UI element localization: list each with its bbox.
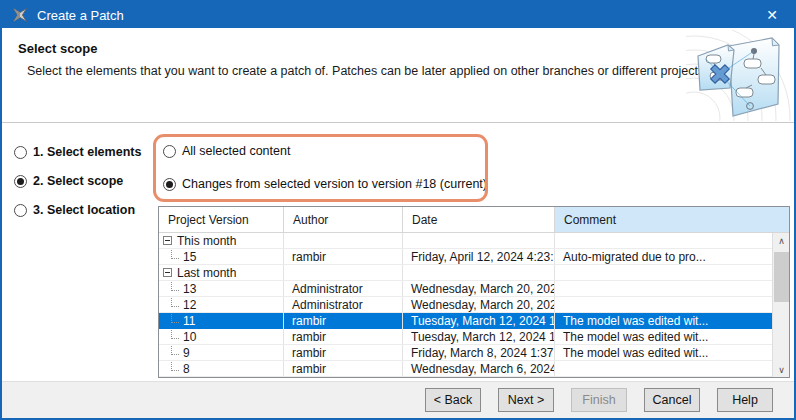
table-body: This month 15 rambir Friday, April 12, 2… [159, 233, 789, 377]
tree-elbow-connector [171, 330, 179, 339]
scope-radio-row[interactable]: Changes from selected version to version… [163, 177, 487, 191]
radio-icon[interactable] [163, 178, 176, 191]
cell-comment: Auto-migrated due to pro... [555, 249, 772, 264]
cell-project-version: This month [159, 233, 284, 248]
help-button[interactable]: Help [717, 388, 773, 412]
radio-icon[interactable] [163, 145, 176, 158]
title-bar[interactable]: Create a Patch ✕ [2, 2, 794, 28]
step-radio-3[interactable]: 3. Select location [14, 203, 135, 217]
step-label: 2. Select scope [33, 174, 123, 188]
column-header-date[interactable]: Date [403, 207, 555, 232]
step-label: 3. Select location [33, 203, 135, 217]
column-header-comment[interactable]: Comment [555, 207, 789, 232]
page-title: Select scope [18, 41, 98, 56]
cancel-button[interactable]: Cancel [644, 388, 700, 412]
cell-date: Wednesday, March 6, 2024 10:0... [403, 361, 555, 376]
step-radio-2[interactable]: 2. Select scope [14, 174, 123, 188]
tree-elbow-connector [171, 250, 179, 259]
scope-option-label: All selected content [182, 144, 290, 158]
cell-date: Wednesday, March 20, 2024 1:1... [403, 281, 555, 296]
cell-comment [555, 233, 772, 248]
cell-date [403, 265, 555, 280]
column-header-author[interactable]: Author [284, 207, 403, 232]
scroll-up-icon[interactable]: ∧ [773, 233, 789, 248]
table-row[interactable]: This month [159, 233, 772, 249]
step-radio-1[interactable]: 1. Select elements [14, 145, 141, 159]
version-label: 12 [183, 298, 196, 312]
table-row[interactable]: 10 rambir Tuesday, March 12, 2024 11:11:… [159, 329, 772, 345]
cell-author [284, 265, 403, 280]
cell-author: rambir [284, 345, 403, 360]
cell-author: Administrator [284, 297, 403, 312]
project-versions-table: Project VersionAuthorDateComment This mo… [158, 206, 790, 378]
cell-author [284, 233, 403, 248]
button-bar: < Back Next > Finish Cancel Help [2, 381, 794, 418]
finish-button[interactable]: Finish [571, 388, 627, 412]
create-patch-dialog: Create a Patch ✕ Select scope Select the… [0, 0, 796, 420]
next-button[interactable]: Next > [498, 388, 554, 412]
table-row[interactable]: 11 rambir Tuesday, March 12, 2024 11:11:… [159, 313, 772, 329]
cell-author: rambir [284, 313, 403, 329]
version-label: 15 [183, 250, 196, 264]
table-row[interactable]: 13 Administrator Wednesday, March 20, 20… [159, 281, 772, 297]
cell-date: Friday, April 12, 2024 4:23:15 PM [403, 249, 555, 264]
tree-elbow-connector [171, 362, 179, 371]
table-row[interactable]: 15 rambir Friday, April 12, 2024 4:23:15… [159, 249, 772, 265]
table-header-row: Project VersionAuthorDateComment [159, 207, 789, 233]
version-label: 8 [183, 362, 190, 376]
cell-comment: The model was edited wit... [555, 329, 772, 344]
wizard-header: Select scope Select the elements that yo… [2, 28, 794, 123]
tree-elbow-connector [171, 298, 179, 307]
scrollbar-thumb[interactable] [774, 252, 789, 302]
cell-comment: The model was edited wit... [555, 345, 772, 360]
column-header-project-version[interactable]: Project Version [159, 207, 284, 232]
cell-project-version: 11 [159, 313, 284, 329]
vertical-scrollbar[interactable]: ∧ ∨ [772, 233, 789, 377]
scope-option-label: Changes from selected version to version… [182, 177, 487, 191]
cell-project-version: 12 [159, 297, 284, 312]
cell-project-version: 13 [159, 281, 284, 296]
cell-author: rambir [284, 361, 403, 376]
cell-comment: The model was edited wit... [555, 313, 772, 329]
cell-comment [555, 265, 772, 280]
cell-date: Friday, March 8, 2024 1:37:58 PM [403, 345, 555, 360]
cell-comment [555, 281, 772, 296]
radio-icon[interactable] [14, 146, 27, 159]
cell-date: Tuesday, March 12, 2024 11:11:... [403, 313, 555, 329]
version-label: 9 [183, 346, 190, 360]
table-row[interactable]: 8 rambir Wednesday, March 6, 2024 10:0..… [159, 361, 772, 377]
radio-icon[interactable] [14, 175, 27, 188]
collapse-minus-icon[interactable] [163, 236, 172, 245]
cell-date: Wednesday, March 20, 2024 1:1... [403, 297, 555, 312]
scope-radio-row[interactable]: All selected content [163, 144, 290, 158]
step-label: 1. Select elements [33, 145, 141, 159]
tree-elbow-connector [171, 282, 179, 291]
window-title: Create a Patch [37, 8, 124, 23]
patch-illustration-icon [686, 30, 792, 121]
version-label: 10 [183, 330, 196, 344]
version-label: 11 [183, 314, 195, 328]
back-button[interactable]: < Back [425, 388, 481, 412]
cell-project-version: Last month [159, 265, 284, 280]
version-label: This month [177, 234, 236, 248]
cell-date: Tuesday, March 12, 2024 11:11:... [403, 329, 555, 344]
version-label: Last month [177, 266, 236, 280]
cell-author: rambir [284, 329, 403, 344]
radio-icon[interactable] [14, 204, 27, 217]
cell-project-version: 10 [159, 329, 284, 344]
page-description: Select the elements that you want to cre… [27, 64, 708, 78]
table-row[interactable]: 9 rambir Friday, March 8, 2024 1:37:58 P… [159, 345, 772, 361]
table-row[interactable]: 12 Administrator Wednesday, March 20, 20… [159, 297, 772, 313]
table-row[interactable]: Last month [159, 265, 772, 281]
version-label: 13 [183, 282, 196, 296]
cell-author: Administrator [284, 281, 403, 296]
collapse-minus-icon[interactable] [163, 268, 172, 277]
cell-comment [555, 361, 772, 376]
close-icon[interactable]: ✕ [750, 2, 794, 28]
cell-comment [555, 297, 772, 312]
cell-date [403, 233, 555, 248]
cell-project-version: 9 [159, 345, 284, 360]
wizard-content: 1. Select elements 2. Select scope 3. Se… [2, 124, 794, 381]
cell-project-version: 15 [159, 249, 284, 264]
scroll-down-icon[interactable]: ∨ [773, 362, 789, 377]
